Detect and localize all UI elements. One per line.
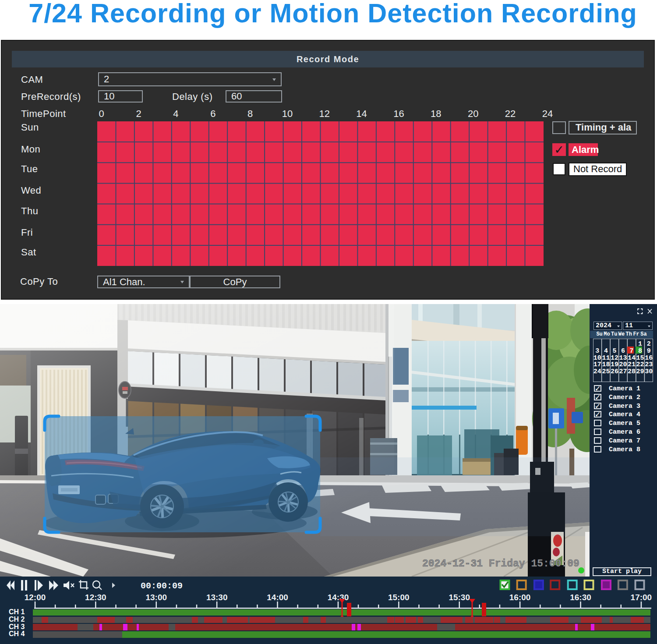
svg-text:12:30: 12:30	[85, 593, 106, 602]
svg-text:1: 1	[638, 340, 642, 348]
svg-text:7: 7	[630, 347, 634, 355]
svg-text:14:30: 14:30	[328, 593, 349, 602]
svg-text:11: 11	[602, 354, 610, 362]
svg-text:2024-12-31 Friday 15:00:09: 2024-12-31 Friday 15:00:09	[422, 558, 579, 570]
svg-text:30: 30	[645, 368, 653, 375]
svg-text:10: 10	[593, 354, 601, 362]
svg-text:19: 19	[611, 361, 618, 368]
svg-text:14: 14	[628, 354, 636, 362]
svg-text:23: 23	[645, 361, 653, 368]
svg-text:3: 3	[595, 347, 599, 355]
svg-text:18: 18	[602, 361, 610, 368]
svg-text:6: 6	[621, 347, 625, 355]
svg-text:CH 1: CH 1	[9, 608, 25, 616]
svg-text:15:30: 15:30	[449, 593, 470, 602]
svg-text:CH 3: CH 3	[9, 623, 25, 630]
svg-text:CH 2: CH 2	[9, 616, 25, 623]
svg-text:8: 8	[638, 347, 642, 355]
svg-text:2: 2	[647, 340, 651, 348]
svg-text:27: 27	[619, 368, 627, 375]
svg-text:21: 21	[628, 361, 636, 368]
svg-text:14:00: 14:00	[267, 593, 288, 602]
svg-text:16: 16	[645, 354, 653, 362]
svg-text:15: 15	[636, 354, 644, 362]
svg-text:15:00: 15:00	[388, 593, 410, 602]
svg-text:00:00:09: 00:00:09	[141, 581, 183, 591]
svg-text:16:30: 16:30	[570, 593, 591, 602]
svg-text:22: 22	[636, 361, 644, 368]
svg-text:25: 25	[602, 368, 610, 375]
svg-text:12: 12	[611, 354, 618, 362]
svg-text:17:00: 17:00	[631, 593, 652, 602]
svg-text:5: 5	[612, 347, 616, 355]
svg-text:9: 9	[647, 347, 651, 355]
svg-text:17: 17	[593, 361, 601, 368]
svg-text:29: 29	[636, 368, 644, 375]
svg-text:13:30: 13:30	[206, 593, 228, 602]
svg-text:4: 4	[604, 347, 608, 355]
svg-text:24: 24	[593, 368, 601, 375]
svg-text:26: 26	[611, 368, 618, 375]
svg-text:16:00: 16:00	[509, 593, 531, 602]
svg-text:20: 20	[619, 361, 627, 368]
svg-text:13:00: 13:00	[145, 593, 167, 602]
svg-text:12:00: 12:00	[25, 593, 46, 602]
svg-text:13: 13	[619, 354, 627, 362]
svg-text:CH 4: CH 4	[9, 630, 25, 637]
svg-text:28: 28	[628, 368, 636, 375]
